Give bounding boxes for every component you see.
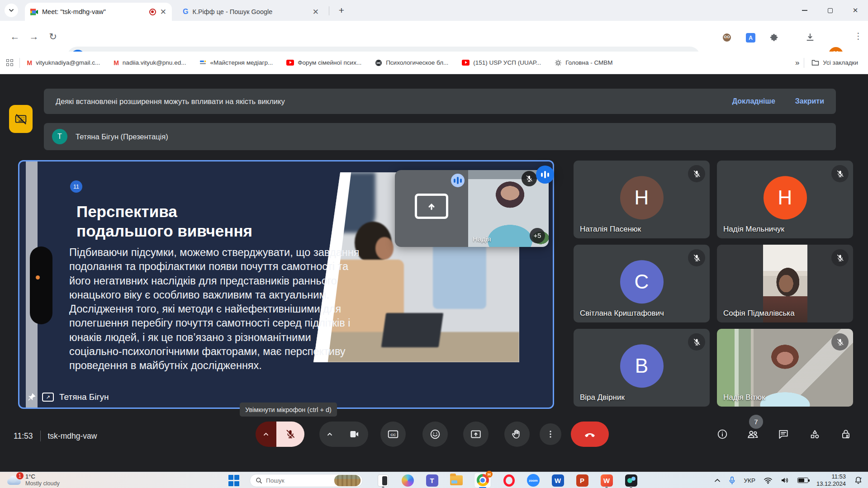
pip-more-count-badge[interactable]: +5 xyxy=(530,228,545,243)
lock-icon xyxy=(840,428,852,440)
tab-close-button[interactable]: ✕ xyxy=(160,7,166,17)
google-favicon: G xyxy=(183,8,188,16)
taskbar-file-explorer-icon[interactable] xyxy=(450,474,463,487)
back-button[interactable]: ← xyxy=(9,31,21,43)
svg-text:CC: CC xyxy=(390,433,396,437)
pip-self-video-tile[interactable]: Надія +5 xyxy=(468,170,549,247)
downloads-icon[interactable] xyxy=(804,32,816,43)
tray-expand-chevron[interactable] xyxy=(714,478,721,483)
bookmark-item[interactable]: M vityuknadiya@gmail.c... xyxy=(27,59,100,66)
tray-mic-icon[interactable] xyxy=(729,476,735,485)
side-control-pill[interactable] xyxy=(30,246,52,324)
present-button[interactable] xyxy=(463,422,489,447)
search-daily-image[interactable] xyxy=(334,475,360,486)
captions-button[interactable]: CC xyxy=(380,422,406,447)
maximize-button[interactable] xyxy=(817,0,843,21)
participant-tile[interactable]: Надія Вітюк xyxy=(717,329,853,407)
taskbar-powerpoint-icon[interactable]: P xyxy=(575,474,589,487)
browser-menu-button[interactable]: ⋮ xyxy=(854,31,863,41)
participant-tile[interactable]: В Віра Двірник xyxy=(574,329,710,407)
mic-button[interactable] xyxy=(256,422,304,447)
banner-text: Деякі встановлені розширення можуть впли… xyxy=(56,97,285,106)
participant-tile[interactable]: Н Наталія Пасенюк xyxy=(574,161,710,238)
participant-tile[interactable]: Н Надія Мельничук xyxy=(717,161,853,238)
close-window-button[interactable]: ✕ xyxy=(843,0,868,21)
owl-extension-icon[interactable] xyxy=(721,32,733,43)
tray-battery-icon[interactable] xyxy=(797,478,808,483)
mic-off-icon xyxy=(831,165,849,182)
new-tab-button[interactable]: + xyxy=(335,4,348,17)
tray-notification-bell-icon[interactable]: z xyxy=(854,476,863,485)
taskbar-phonelink-icon[interactable] xyxy=(376,474,390,487)
bookmark-item[interactable]: Форум сімейної псих... xyxy=(286,59,361,66)
bookmark-label: vityuknadiya@gmail.c... xyxy=(36,59,100,66)
mic-off-icon[interactable] xyxy=(276,422,304,447)
tab-title: К.Ріфф це - Пошук Google xyxy=(192,8,308,15)
pip-presentation-tile[interactable] xyxy=(395,170,468,247)
start-button[interactable] xyxy=(228,475,240,486)
tray-volume-icon[interactable] xyxy=(781,477,789,484)
all-bookmarks-button[interactable]: Усі закладки xyxy=(811,59,858,66)
chat-button[interactable] xyxy=(777,428,790,441)
participants-grid: Н Наталія Пасенюк Н Надія Мельничук С Св… xyxy=(574,161,853,407)
mic-options-chevron[interactable] xyxy=(256,422,276,447)
activities-button[interactable] xyxy=(808,428,821,441)
divider xyxy=(804,58,804,68)
tray-language[interactable]: УКР xyxy=(744,477,755,484)
bookmark-item[interactable]: Психологическое бл... xyxy=(375,59,448,66)
audio-level-chip-icon xyxy=(536,166,554,184)
extensions-puzzle-icon[interactable] xyxy=(768,32,780,43)
pin-icon[interactable] xyxy=(27,392,37,402)
participant-avatar: С xyxy=(620,260,664,303)
camera-options-chevron[interactable] xyxy=(319,422,340,447)
taskbar-zoom-icon[interactable]: zoom xyxy=(526,474,540,487)
apps-grid-icon[interactable] xyxy=(6,59,13,66)
info-button[interactable] xyxy=(716,428,729,441)
captions-icon: CC xyxy=(387,428,399,440)
mic-off-icon xyxy=(522,171,537,186)
banner-more-link[interactable]: Докладніше xyxy=(732,97,775,105)
taskbar-teams-icon[interactable]: T xyxy=(425,474,439,487)
bookmark-item[interactable]: Головна - СМВМ xyxy=(555,59,612,66)
end-call-button[interactable] xyxy=(571,422,609,447)
popout-icon[interactable]: ↗ xyxy=(42,393,54,402)
host-controls-button[interactable] xyxy=(840,428,852,441)
weather-widget[interactable]: 1 1°C Mostly cloudy xyxy=(6,473,60,488)
bookmarks-overflow-button[interactable]: » xyxy=(795,58,799,67)
translate-extension-icon[interactable]: A xyxy=(745,32,756,43)
reactions-button[interactable] xyxy=(422,422,448,447)
participant-tile[interactable]: С Світлана Криштафович xyxy=(574,245,710,322)
tab-close-button[interactable]: ✕ xyxy=(313,7,319,17)
camera-button[interactable] xyxy=(319,422,368,447)
camera-icon[interactable] xyxy=(340,422,368,447)
tab-google-search[interactable]: G К.Ріфф це - Пошук Google ✕ xyxy=(177,3,324,21)
taskbar-search[interactable] xyxy=(250,474,363,487)
end-call-icon xyxy=(583,428,596,441)
tray-wifi-icon[interactable] xyxy=(764,477,773,484)
rosette-icon xyxy=(555,59,562,66)
raise-hand-button[interactable] xyxy=(504,422,530,447)
bookmark-item[interactable]: M nadiia.vityuk@pnu.ed... xyxy=(114,59,186,66)
more-options-button[interactable] xyxy=(540,423,561,445)
tab-meet[interactable]: Meet: "tsk-mdhg-vaw" ✕ xyxy=(25,3,172,21)
participant-tile[interactable]: Софія Підмалівська xyxy=(717,245,853,322)
taskbar-chrome-icon[interactable]: H xyxy=(474,473,491,488)
tray-clock[interactable]: 11:53 13.12.2024 xyxy=(816,473,846,488)
reload-button[interactable]: ↻ xyxy=(47,31,59,43)
bookmark-item[interactable]: (151) USP УСП (UUAP... xyxy=(462,59,541,66)
tab-search-button[interactable] xyxy=(5,4,18,17)
pip-self-name: Надія xyxy=(473,235,491,243)
search-input[interactable] xyxy=(266,477,325,484)
taskbar-wps-icon[interactable]: W xyxy=(600,474,613,487)
taskbar-opera-icon[interactable] xyxy=(502,474,516,487)
minimize-button[interactable] xyxy=(792,0,817,21)
bookmark-item[interactable]: «Майстерня медіагр... xyxy=(199,59,273,66)
participant-count-badge: 7 xyxy=(749,415,763,429)
taskbar-webex-icon[interactable] xyxy=(624,474,638,487)
taskbar-copilot-icon[interactable] xyxy=(401,474,414,487)
people-button[interactable] xyxy=(746,428,759,441)
taskbar-word-icon[interactable]: W xyxy=(551,474,564,487)
forward-button[interactable]: → xyxy=(28,31,40,43)
extension-warning-badge[interactable] xyxy=(9,105,33,133)
banner-close-link[interactable]: Закрити xyxy=(795,97,824,105)
